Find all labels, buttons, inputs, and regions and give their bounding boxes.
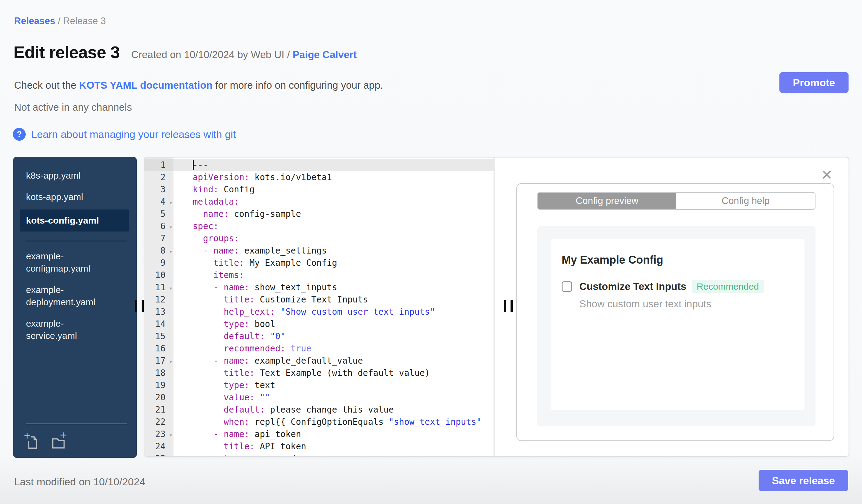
editor-line[interactable]: 21 default: please change this value: [144, 404, 495, 416]
editor-card: 1---2apiVersion: kots.io/v1beta13kind: C…: [144, 157, 849, 456]
sidebar-item-kots-app[interactable]: kots-app.yaml: [13, 186, 117, 208]
editor-line[interactable]: 9 title: My Example Config: [144, 257, 495, 269]
sidebar-resize-handle[interactable]: [135, 300, 144, 312]
code-text: type: bool: [173, 318, 495, 330]
editor-line[interactable]: 20 value: "": [144, 392, 495, 404]
sidebar-item-example-configmap[interactable]: example-configmap.yaml: [13, 246, 117, 279]
editor-line[interactable]: 11▾ - name: show_text_inputs: [144, 281, 495, 294]
customize-text-inputs-checkbox[interactable]: [562, 281, 572, 292]
code-text: - name: example_default_value: [173, 355, 495, 367]
line-number: 18: [144, 367, 173, 379]
kots-yaml-docs-link[interactable]: KOTS YAML documentation: [79, 80, 213, 91]
line-number: 24: [144, 440, 173, 453]
editor-line[interactable]: 12 title: Customize Text Inputs: [144, 294, 495, 306]
code-text: value: "": [173, 392, 495, 404]
line-number: 14: [144, 318, 173, 330]
config-preview-zone: ✕ Config preview Config help My Example …: [495, 158, 849, 456]
editor-line[interactable]: 16 recommended: true: [144, 343, 495, 355]
editor-resize-handle[interactable]: [504, 300, 513, 312]
line-number: 22: [144, 416, 173, 428]
line-number: 21: [144, 404, 173, 416]
editor-line[interactable]: 1---: [144, 159, 495, 171]
editor-line[interactable]: 18 title: Text Example (with default val…: [144, 367, 495, 379]
code-text: title: Text Example (with default value): [173, 367, 495, 379]
editor-line[interactable]: 10 items:: [144, 269, 495, 281]
promote-button[interactable]: Promote: [780, 72, 849, 93]
breadcrumb: Releases / Release 3: [14, 15, 106, 27]
line-number: 2: [144, 171, 173, 184]
editor-lines[interactable]: 1---2apiVersion: kots.io/v1beta13kind: C…: [144, 158, 495, 456]
line-number: 17▾: [144, 355, 173, 367]
git-help-line: ? Learn about managing your releases wit…: [13, 128, 236, 141]
code-text: apiVersion: kots.io/v1beta1: [173, 171, 495, 184]
editor-line[interactable]: 2apiVersion: kots.io/v1beta1: [144, 171, 495, 184]
line-number: 5: [144, 208, 173, 220]
editor-line[interactable]: 5 name: config-sample: [144, 208, 495, 220]
breadcrumb-current: Release 3: [63, 16, 106, 26]
line-number: 3: [144, 184, 173, 196]
recommended-badge: Recommended: [692, 280, 764, 293]
code-text: - name: example_settings: [173, 245, 495, 257]
editor-line[interactable]: 17▾ - name: example_default_value: [144, 355, 495, 367]
docs-suffix: for more info on configuring your app.: [213, 80, 383, 91]
editor-line[interactable]: 7 groups:: [144, 233, 495, 245]
sidebar-item-example-deployment[interactable]: example-deployment.yaml: [13, 279, 117, 313]
sidebar-item-kots-config[interactable]: kots-config.yaml: [20, 210, 129, 231]
docs-prefix: Check out the: [14, 80, 79, 91]
fold-arrow-icon[interactable]: ▾: [169, 221, 172, 233]
tab-config-preview[interactable]: Config preview: [538, 193, 676, 209]
code-text: - name: api_token: [173, 428, 495, 440]
file-sidebar: k8s-app.yaml kots-app.yaml kots-config.y…: [13, 157, 137, 458]
line-number: 7: [144, 233, 173, 245]
fold-arrow-icon[interactable]: ▾: [169, 196, 172, 209]
close-icon[interactable]: ✕: [821, 168, 833, 182]
editor-line[interactable]: 15 default: "0": [144, 330, 495, 343]
line-number: 9: [144, 257, 173, 269]
code-text: spec:: [173, 220, 495, 233]
code-text: recommended: true: [173, 343, 495, 355]
line-number: 12: [144, 294, 173, 306]
code-text: help_text: "Show custom user text inputs…: [173, 306, 495, 318]
config-item-help-text: Show custom user text inputs: [579, 298, 794, 310]
fold-arrow-icon[interactable]: ▾: [169, 429, 172, 441]
created-by-link[interactable]: Paige Calvert: [293, 49, 357, 60]
editor-line[interactable]: 25 type: password: [144, 453, 495, 456]
breadcrumb-releases-link[interactable]: Releases: [14, 16, 55, 26]
config-item-row: Customize Text Inputs Recommended: [562, 280, 794, 293]
line-number: 6▾: [144, 220, 173, 233]
code-text: default: "0": [173, 330, 495, 343]
code-text: groups:: [173, 233, 495, 245]
config-group-title: My Example Config: [562, 253, 794, 266]
editor-line[interactable]: 4▾metadata:: [144, 196, 495, 208]
fold-arrow-icon[interactable]: ▾: [169, 282, 172, 294]
code-text: default: please change this value: [173, 404, 495, 416]
editor-line[interactable]: 3kind: Config: [144, 184, 495, 196]
sidebar-item-k8s-app[interactable]: k8s-app.yaml: [13, 165, 117, 186]
question-circle-icon: ?: [13, 128, 26, 141]
code-text: title: My Example Config: [173, 257, 495, 269]
code-text: when: repl{{ ConfigOptionEquals "show_te…: [173, 416, 495, 428]
code-text: type: text: [173, 379, 495, 392]
line-number: 10: [144, 269, 173, 281]
add-folder-icon[interactable]: +: [51, 433, 66, 450]
line-number: 11▾: [144, 281, 173, 294]
editor-line[interactable]: 8▾ - name: example_settings: [144, 245, 495, 257]
tab-config-help[interactable]: Config help: [676, 193, 815, 209]
editor-line[interactable]: 23▾ - name: api_token: [144, 428, 495, 440]
code-text: items:: [173, 269, 495, 281]
line-number: 15: [144, 330, 173, 343]
editor-line[interactable]: 6▾spec:: [144, 220, 495, 233]
git-releases-link[interactable]: Learn about managing your releases with …: [31, 129, 236, 141]
editor-line[interactable]: 24 title: API token: [144, 440, 495, 453]
line-number: 13: [144, 306, 173, 318]
add-file-icon[interactable]: +: [26, 433, 41, 450]
editor-line[interactable]: 14 type: bool: [144, 318, 495, 330]
editor-line[interactable]: 19 type: text: [144, 379, 495, 392]
fold-arrow-icon[interactable]: ▾: [169, 245, 172, 257]
fold-arrow-icon[interactable]: ▾: [169, 355, 172, 368]
sidebar-item-example-service[interactable]: example-service.yaml: [13, 313, 117, 346]
save-release-button[interactable]: Save release: [759, 470, 848, 491]
editor-line[interactable]: 22 when: repl{{ ConfigOptionEquals "show…: [144, 416, 495, 428]
code-text: ---: [173, 159, 495, 171]
editor-line[interactable]: 13 help_text: "Show custom user text inp…: [144, 306, 495, 318]
